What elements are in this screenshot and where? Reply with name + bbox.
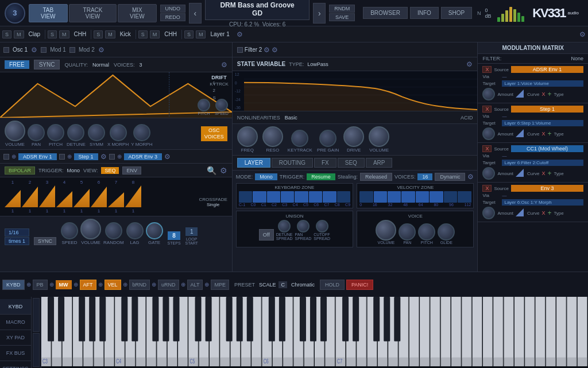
mod-slot-1-amount-knob[interactable] xyxy=(482,127,495,140)
side-nav-macro[interactable]: MACRO xyxy=(0,315,31,330)
side-nav-settings[interactable]: SETTINGS xyxy=(0,361,31,368)
zone-key-4[interactable] xyxy=(281,191,294,203)
pitch-strip-2[interactable] xyxy=(33,333,40,367)
seq-bar-4[interactable] xyxy=(56,191,72,207)
mod-slot-3-type-x[interactable]: X xyxy=(541,210,545,216)
xmorph-knob[interactable] xyxy=(110,124,127,141)
osc-voices-btn[interactable]: OSCVOICES xyxy=(201,126,227,141)
vel-key-6[interactable] xyxy=(430,191,443,203)
mod-slot-1-type-x[interactable]: X xyxy=(541,131,545,137)
mod-slot-1-plus[interactable]: + xyxy=(547,130,551,138)
clap-m-btn[interactable]: M xyxy=(14,30,24,38)
mod-slot-0-source-val[interactable]: ADSR Env 1 xyxy=(511,66,583,73)
seq-lag-knob[interactable] xyxy=(126,222,144,239)
mod-slot-2-plus[interactable]: + xyxy=(547,169,551,177)
sync-btn[interactable]: SYNC xyxy=(34,60,60,69)
nav-prev-btn[interactable]: ‹ xyxy=(189,3,202,24)
seq-bar-7[interactable] xyxy=(108,192,124,207)
reso-knob[interactable] xyxy=(262,126,283,147)
volume-knob[interactable] xyxy=(5,121,25,141)
voice-volume-knob[interactable] xyxy=(376,220,396,241)
free-btn[interactable]: FREE xyxy=(5,60,29,69)
filter-settings-icon[interactable]: ⚙ xyxy=(466,60,473,68)
mod-slot-0-plus[interactable]: + xyxy=(547,90,551,98)
mod-slot-3-source-val[interactable]: Env 3 xyxy=(511,185,583,192)
vel-key-5[interactable] xyxy=(416,191,429,203)
mod-slot-2-x[interactable]: X xyxy=(482,145,492,152)
seq-speed-knob[interactable] xyxy=(61,222,78,239)
panic-btn[interactable]: PANIC! xyxy=(346,280,373,290)
released-btn[interactable]: Released xyxy=(360,173,392,181)
pb-crosshair-icon[interactable]: ⊕ xyxy=(49,281,54,288)
mod-slot-1-target-val[interactable]: Layer 6:Step 1:Volume xyxy=(502,120,583,126)
seq-btn[interactable]: SEQ xyxy=(101,167,119,174)
mod-slot-3-target-val[interactable]: Layer 6:Osc 1:Y Morph xyxy=(502,199,583,206)
env-btn[interactable]: ENV xyxy=(122,166,141,175)
keytrack-knob[interactable] xyxy=(291,130,308,147)
mode-btn[interactable]: Mono xyxy=(255,173,277,180)
tab-view-btn[interactable]: TAB VIEW xyxy=(29,4,68,22)
vel-btn[interactable]: VEL xyxy=(105,280,121,290)
undo-btn[interactable]: UNDO xyxy=(160,5,186,13)
zone-key-7[interactable] xyxy=(323,191,336,203)
mod-slot-0-x[interactable]: X xyxy=(482,66,492,73)
track-view-btn[interactable]: TRACK VIEW xyxy=(69,4,117,22)
zone-key-8[interactable] xyxy=(337,191,350,203)
vel-key-3[interactable] xyxy=(388,191,401,203)
speed-knob[interactable] xyxy=(215,99,228,111)
chh1-s-btn[interactable]: S xyxy=(48,30,57,38)
voice-pan-knob[interactable] xyxy=(399,223,416,241)
pan-spread-knob[interactable] xyxy=(297,220,310,233)
zone-key-3[interactable] xyxy=(267,191,280,203)
pb-btn[interactable]: PB xyxy=(33,280,48,290)
shop-btn[interactable]: SHOP xyxy=(441,7,472,19)
alt-btn[interactable]: ALT xyxy=(187,280,203,290)
redo-btn[interactable]: REDO xyxy=(160,13,186,21)
zone-key-2[interactable] xyxy=(253,191,266,203)
mod-slot-0-target-val[interactable]: Layer 1:Voice Volume xyxy=(502,80,583,87)
zone-key-5[interactable] xyxy=(295,191,308,203)
mod-slot-2-source-val[interactable]: CC1 (Mod Wheel) xyxy=(511,145,583,152)
pan-knob[interactable] xyxy=(28,124,45,141)
seq-bar-3[interactable] xyxy=(39,185,55,207)
kybd-btn[interactable]: KYBD xyxy=(2,280,25,290)
vel-key-4[interactable] xyxy=(401,191,415,203)
seq-sync-btn[interactable]: SYNC xyxy=(34,237,56,245)
fvolume-knob[interactable] xyxy=(369,126,389,147)
chh2-m-btn[interactable]: M xyxy=(150,30,160,38)
ymorph-knob[interactable] xyxy=(133,124,150,141)
brnd-crosshair-icon[interactable]: ⊕ xyxy=(152,281,156,288)
mod2-gear-icon[interactable]: ⚙ xyxy=(98,46,105,54)
mw-crosshair-icon[interactable]: ⊕ xyxy=(74,281,78,288)
rate-display[interactable]: 1/16 xyxy=(5,228,29,237)
info-btn[interactable]: INFO xyxy=(410,7,439,19)
fx-tab-btn[interactable]: FX xyxy=(314,158,336,168)
zone-key-6[interactable] xyxy=(309,191,322,203)
clap-s-btn[interactable]: S xyxy=(2,30,11,38)
adsr1-tab[interactable]: ADSR Env 1 xyxy=(18,153,57,160)
unison-off-btn[interactable]: Off xyxy=(259,229,274,241)
layer-tab-btn[interactable]: LAYER xyxy=(237,158,270,168)
voices-16-btn[interactable]: 16 xyxy=(417,173,432,180)
mod-slot-0-amount-knob[interactable] xyxy=(482,88,495,100)
mod-slot-3-amount-knob[interactable] xyxy=(482,207,495,219)
voice-pitch-knob[interactable] xyxy=(418,223,435,241)
seq-bar-2[interactable] xyxy=(22,187,38,207)
seq-tab-btn[interactable]: SEQ xyxy=(338,158,365,168)
chh1-m-btn[interactable]: M xyxy=(59,30,69,38)
vel-key-2[interactable] xyxy=(374,191,387,203)
side-nav-xypad[interactable]: XY PAD xyxy=(0,330,31,346)
mod-slot-2-type-x[interactable]: X xyxy=(541,171,545,176)
mod1-checkbox[interactable] xyxy=(41,47,47,53)
brnd-btn[interactable]: bRND xyxy=(129,280,150,290)
seq-random-knob[interactable] xyxy=(105,222,122,239)
symm-knob[interactable] xyxy=(88,124,105,141)
step1-tab[interactable]: Step 1 xyxy=(74,153,98,160)
drift-num-1[interactable]: 1 xyxy=(212,80,215,86)
osc1-checkbox[interactable] xyxy=(3,47,9,53)
kybd-crosshair-icon[interactable]: ⊕ xyxy=(26,281,31,288)
steps-display[interactable]: 8 xyxy=(168,231,180,240)
urnd-btn[interactable]: uRND xyxy=(158,280,179,290)
detune-knob[interactable] xyxy=(67,124,84,141)
filter2-plus-icon[interactable]: ⚙ xyxy=(272,46,278,54)
